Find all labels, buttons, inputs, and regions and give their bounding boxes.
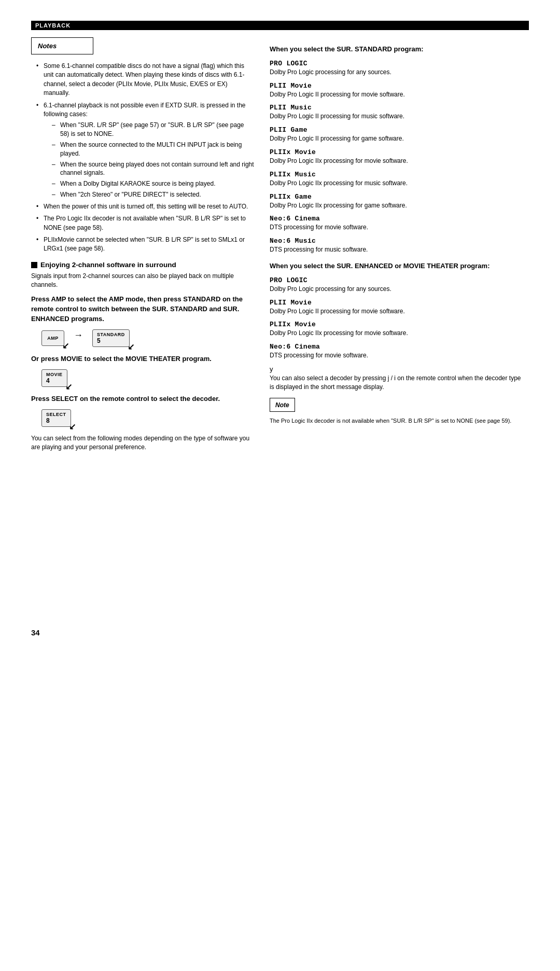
- amp-button[interactable]: AMP ↙: [41, 330, 64, 346]
- notes-bullets: Some 6.1-channel compatible discs do not…: [31, 62, 254, 254]
- standard-section-heading: When you select the SUR. STANDARD progra…: [270, 45, 524, 54]
- left-column: Notes Some 6.1-channel compatible discs …: [31, 37, 270, 637]
- bold-para-1: Press AMP to select the AMP mode, then p…: [31, 295, 254, 324]
- prog-pliix-music: PLIIx Music Dolby Pro Logic IIx processi…: [270, 171, 524, 188]
- note-text: The Pro Logic IIx decoder is not availab…: [270, 417, 524, 425]
- sub-bullet-2: When the source connected to the MULTI C…: [52, 141, 254, 158]
- cursor-icon-amp: ↙: [62, 341, 69, 351]
- bold-para-2: Or press MOVIE to select the MOVIE THEAT…: [31, 354, 254, 364]
- sub-bullet-3: When the source being played does not co…: [52, 160, 254, 178]
- page-header: PLAYBACK: [31, 21, 529, 30]
- prog-neo6-music: Neo:6 Music DTS processing for music sof…: [270, 237, 524, 254]
- prog-pliix-game: PLIIx Game Dolby Pro Logic IIx processin…: [270, 193, 524, 210]
- note-title: Note: [275, 401, 289, 409]
- enh-prog-neo6-cinema: Neo:6 Cinema DTS processing for movie so…: [270, 343, 524, 360]
- notes-title: Notes: [38, 42, 57, 50]
- notes-sub-list: When "SUR. L/R SP" (see page 57) or "SUR…: [44, 121, 254, 199]
- page-number: 34: [31, 628, 40, 637]
- remote-movie: MOVIE 4 ↙: [41, 369, 254, 387]
- y-text: You can also select a decoder by pressin…: [270, 374, 524, 392]
- notes-bullet-1: Some 6.1-channel compatible discs do not…: [36, 62, 254, 98]
- enh-prog-pliix-movie: PLIIx Movie Dolby Pro Logic IIx processi…: [270, 321, 524, 338]
- cursor-icon-standard: ↙: [128, 342, 134, 352]
- note-box: Note: [270, 398, 295, 412]
- enh-prog-pro-logic: PRO LOGIC Dolby Pro Logic processing for…: [270, 276, 524, 294]
- standard-programs-list: PRO LOGIC Dolby Pro Logic processing for…: [270, 60, 524, 254]
- notes-bullet-3: When the power of this unit is turned of…: [36, 202, 254, 211]
- sub-bullet-4: When a Dolby Digital KARAOKE source is b…: [52, 179, 254, 188]
- prog-neo6-cinema: Neo:6 Cinema DTS processing for movie so…: [270, 215, 524, 232]
- prog-pliix-movie: PLIIx Movie Dolby Pro Logic IIx processi…: [270, 148, 524, 165]
- notes-box: Notes: [31, 37, 93, 54]
- prog-plii-game: PLII Game Dolby Pro Logic II processing …: [270, 126, 524, 143]
- prog-pro-logic: PRO LOGIC Dolby Pro Logic processing for…: [270, 60, 524, 77]
- notes-bullet-4: The Pro Logic IIx decoder is not availab…: [36, 214, 254, 232]
- notes-bullet-5: PLIIxMovie cannot be selected when "SUR.…: [36, 235, 254, 254]
- y-section: y You can also select a decoder by press…: [270, 365, 524, 392]
- notes-bullet-2: 6.1-channel playback is not possible eve…: [36, 101, 254, 199]
- enhanced-programs-list: PRO LOGIC Dolby Pro Logic processing for…: [270, 276, 524, 360]
- prog-plii-movie: PLII Movie Dolby Pro Logic II processing…: [270, 82, 524, 99]
- prog-plii-music: PLII Music Dolby Pro Logic II processing…: [270, 104, 524, 121]
- select-button[interactable]: SELECT 8 ↙: [41, 409, 71, 427]
- sub-bullet-1: When "SUR. L/R SP" (see page 57) or "SUR…: [52, 121, 254, 138]
- section-heading: Enjoying 2-channel software in surround: [31, 261, 254, 269]
- movie-button[interactable]: MOVIE 4 ↙: [41, 369, 67, 387]
- section-intro: Signals input from 2-channel sources can…: [31, 272, 254, 290]
- cursor-icon-select: ↙: [69, 422, 76, 432]
- remote-select: SELECT 8 ↙: [41, 409, 254, 427]
- right-column: When you select the SUR. STANDARD progra…: [270, 37, 524, 425]
- final-para: You can select from the following modes …: [31, 434, 254, 452]
- remote-amp-standard: AMP ↙ → STANDARD 5 ↙: [41, 329, 254, 347]
- enh-prog-plii-movie: PLII Movie Dolby Pro Logic II processing…: [270, 299, 524, 316]
- sub-bullet-5: When "2ch Stereo" or "PURE DIRECT" is se…: [52, 190, 254, 199]
- square-bullet-icon: [31, 262, 37, 268]
- enhanced-section-heading: When you select the SUR. ENHANCED or MOV…: [270, 261, 524, 271]
- cursor-icon-movie: ↙: [65, 382, 72, 392]
- y-label: y: [270, 365, 273, 373]
- standard-button[interactable]: STANDARD 5 ↙: [92, 329, 130, 347]
- bold-para-3: Press SELECT on the remote control to se…: [31, 394, 254, 404]
- arrow-right-icon: →: [74, 330, 83, 341]
